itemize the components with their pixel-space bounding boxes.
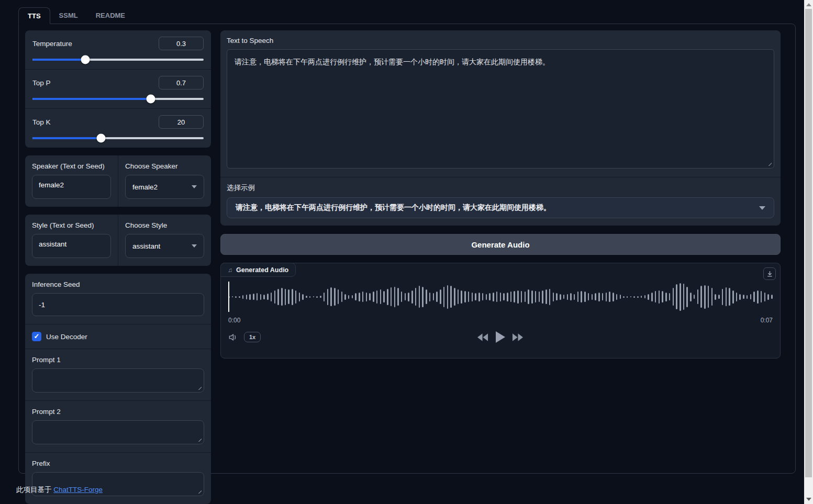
page-scrollbar[interactable] [804, 0, 813, 504]
waveform-bar [362, 292, 364, 302]
top-k-slider[interactable] [32, 137, 204, 139]
top-k-slider-thumb[interactable] [96, 134, 105, 143]
example-dropdown[interactable]: 请注意，电梯将在下午两点进行例行维护，预计需要一个小时的时间，请大家在此期间使用… [227, 197, 774, 218]
waveform-bar [436, 292, 438, 302]
waveform-bar [545, 289, 547, 304]
waveform-bar [761, 291, 762, 303]
waveform-bar [514, 291, 515, 303]
waveform-bar [757, 290, 759, 304]
top-p-slider[interactable] [32, 98, 204, 100]
chevron-down-icon [192, 185, 197, 188]
waveform-bar [369, 293, 371, 300]
style-label: Style (Text or Seed) [32, 221, 111, 229]
waveform-bar [718, 295, 720, 299]
waveform-bar [700, 286, 702, 308]
waveform-bar [461, 290, 462, 304]
waveform-bar [288, 289, 289, 304]
top-p-slider-thumb[interactable] [146, 95, 155, 104]
waveform-bar [616, 294, 618, 300]
waveform-bar [433, 293, 435, 300]
choose-style-dropdown[interactable]: assistant [125, 234, 204, 258]
waveform-bar [651, 293, 653, 301]
waveform-bar [500, 293, 502, 301]
scroll-down-icon[interactable] [806, 498, 811, 501]
waveform-bar [447, 285, 449, 309]
waveform-bar [373, 292, 374, 302]
choose-speaker-dropdown[interactable]: female2 [125, 175, 204, 199]
skip-forward-button[interactable] [513, 333, 524, 341]
skip-back-button[interactable] [477, 333, 488, 341]
temperature-slider-fill [32, 59, 85, 61]
volume-button[interactable] [228, 333, 238, 342]
top-k-value-input[interactable] [159, 115, 204, 129]
temperature-value-input[interactable] [159, 37, 204, 50]
use-decoder-checkbox[interactable] [32, 332, 41, 341]
waveform-bar [722, 289, 723, 305]
waveform-bar [242, 295, 244, 299]
waveform-bar [686, 287, 688, 307]
playback-speed-button[interactable]: 1x [244, 332, 261, 342]
waveform-bar [577, 292, 579, 302]
waveform-bar [302, 294, 304, 300]
download-audio-button[interactable] [763, 267, 776, 280]
tts-column: Text to Speech 请注意，电梯将在下午两点进行例行维护，预计需要一个… [220, 30, 781, 359]
waveform-bar [330, 287, 332, 306]
waveform-bar [570, 293, 572, 300]
resize-handle-icon[interactable] [196, 436, 202, 442]
choose-speaker-value: female2 [132, 183, 158, 191]
resize-handle-icon[interactable] [196, 385, 202, 390]
waveform-bar [348, 295, 350, 299]
tab-readme[interactable]: README [87, 7, 134, 24]
waveform-bar [655, 291, 656, 303]
choose-speaker-label: Choose Speaker [125, 162, 204, 170]
prompt1-textarea[interactable] [32, 368, 204, 393]
waveform-bar [711, 288, 713, 306]
waveform-bar [574, 294, 575, 300]
waveform-bar [253, 294, 254, 300]
prompt2-textarea[interactable] [32, 420, 204, 444]
speaker-textarea[interactable]: female2 [32, 175, 111, 199]
waveform-bar [747, 295, 748, 299]
waveform-bar [426, 289, 427, 304]
waveform-bar [697, 289, 699, 304]
top-k-label: Top K [32, 118, 51, 126]
waveform-bar [394, 287, 396, 307]
prompt1-label: Prompt 1 [32, 356, 204, 364]
tab-tts[interactable]: TTS [18, 7, 50, 24]
resize-handle-icon[interactable] [766, 161, 772, 166]
waveform-bar [609, 292, 610, 302]
waveform-bar [665, 293, 667, 301]
waveform-bar [525, 292, 526, 302]
waveform-bar [620, 295, 621, 299]
chattts-forge-link[interactable]: ChatTTS-Forge [53, 486, 103, 494]
waveform-bar [648, 294, 649, 300]
waveform-bar [454, 288, 455, 306]
volume-icon [228, 333, 238, 342]
style-textarea[interactable]: assistant [32, 234, 111, 258]
waveform-bar [334, 288, 336, 306]
prefix-label: Prefix [32, 460, 204, 467]
waveform-bar [680, 283, 681, 311]
tab-ssml[interactable]: SSML [50, 7, 87, 24]
scroll-up-icon[interactable] [806, 3, 811, 6]
chevron-down-icon [759, 206, 765, 210]
waveform-bar [235, 296, 237, 298]
scrollbar-thumb[interactable] [805, 9, 812, 477]
waveform-bar [232, 296, 233, 297]
temperature-slider[interactable] [32, 59, 204, 61]
waveform-area[interactable] [228, 282, 773, 312]
generated-audio-tab[interactable]: ♫ Generated Audio [220, 263, 296, 277]
waveform-bar [408, 293, 409, 301]
waveform-bar [478, 293, 480, 301]
top-p-slider-fill [32, 98, 151, 100]
resize-handle-icon[interactable] [196, 488, 202, 494]
generate-audio-button[interactable]: Generate Audio [220, 234, 781, 255]
top-p-value-input[interactable] [159, 76, 204, 89]
tts-text-input[interactable]: 请注意，电梯将在下午两点进行例行维护，预计需要一个小时的时间，请大家在此期间使用… [227, 49, 774, 169]
playhead-cursor[interactable] [228, 282, 229, 312]
waveform-bar [673, 288, 674, 306]
temperature-slider-thumb[interactable] [81, 55, 90, 64]
play-button[interactable] [496, 331, 505, 343]
inference-seed-input[interactable] [32, 293, 204, 316]
waveform[interactable] [228, 282, 773, 312]
